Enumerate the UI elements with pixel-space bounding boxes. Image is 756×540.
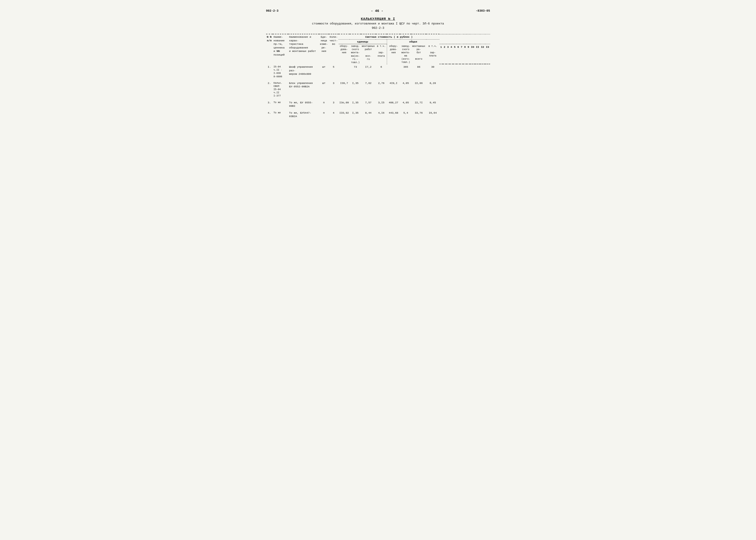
row2-c11: 4,05 (400, 81, 411, 98)
row2-c6: I39,7 (338, 81, 350, 98)
row1-c9: 6 (376, 65, 387, 79)
row4-name: То же (273, 110, 288, 119)
row3-c12: 22,7I (411, 100, 426, 109)
row4-c11: 5,4 (400, 110, 411, 119)
col-num-9: 9 (466, 45, 470, 64)
col-num-7: 7 (460, 45, 463, 64)
row3-num: 3. (266, 100, 273, 109)
row3-c7: I,35 (350, 100, 361, 109)
header-col-unit: Еди-ницаизме-ре-ния (319, 35, 329, 65)
header-col10: обору-дова-ния (387, 44, 400, 65)
row4-unit: п (319, 110, 329, 119)
row1-c12: 86 (411, 65, 426, 79)
table-row: 4. То же То же, БУ5447-03В2А п 4 IIO,92 … (266, 110, 490, 119)
row1-name: I5-04ч.II ·I-0398-6606 (273, 65, 288, 79)
page-ref-right: -8303-05 (476, 9, 490, 13)
row4-c8: 8,44 (361, 110, 376, 119)
row2-num: 2. (266, 81, 273, 98)
row2-c10: 4I9,I (387, 81, 400, 98)
header-col12: монтажных ра-ботвсего (411, 44, 426, 65)
document-subtitle2: 902-2-3 (266, 26, 490, 30)
col-num-10: IO (470, 45, 475, 64)
row1-qty: 5 (329, 65, 338, 79)
row2-c9: 2,76 (376, 81, 387, 98)
header-col6: обору-дова-ния (338, 44, 350, 65)
row1-c8: I7,2 (361, 65, 376, 79)
row3-name: То же (273, 100, 288, 109)
row3-c9: 3,I5 (376, 100, 387, 109)
header-col11: завод-скогомонта-жа(изго-товл.) (400, 44, 411, 65)
row2-c8: 7,62 (361, 81, 376, 98)
header-row-1: № №п/п Наиме-нованиепр-та,ценникаи №№поз… (266, 35, 490, 39)
col-num-5: 5 (453, 45, 456, 64)
col-num-3: 3 (446, 45, 450, 64)
row4-num: 4. (266, 110, 273, 119)
row4-c6: IIO,92 (338, 110, 350, 119)
row2-c12: 22,86 (411, 81, 426, 98)
row1-c10 (387, 65, 400, 79)
row4-c13: I6,64 (426, 110, 440, 119)
header-edinitsy: единицы (338, 39, 387, 44)
row4-char: То же, БУ5447-03В2А (288, 110, 319, 119)
header-col-name: Наиме-нованиепр-та,ценникаи №№позиций (273, 35, 288, 65)
row4-c10: 443,68 (387, 110, 400, 119)
row2-unit: шт (319, 81, 329, 98)
col-num-2: 2 (443, 45, 446, 64)
table-row: 2. Кальк.СВКПI5-04ч.III-377 Блок управле… (266, 81, 490, 98)
page-ref-left: 902-2-3 (266, 9, 279, 13)
row3-c8: 7,57 (361, 100, 376, 109)
header-smetna: Сметная стоимость ( в рублях ) (338, 35, 440, 39)
table-row: 3. То же То же, БУ 9555-00BI п 3 I3o,09 … (266, 100, 490, 109)
row4-c7: I,35 (350, 110, 361, 119)
row1-c13: 30 (426, 65, 440, 79)
row1-c11: 365 (400, 65, 411, 79)
row3-c6: I3o,09 (338, 100, 350, 109)
header-col8: монтажныхработвсе-го (361, 44, 376, 65)
row3-qty: 3 (329, 100, 338, 109)
header-col-char: Наименование и харак-теристика оборудова… (288, 35, 319, 65)
row2-c13: 8,28 (426, 81, 440, 98)
row2-qty: 3 (329, 81, 338, 98)
col-num-4: 4 (450, 45, 453, 64)
header-col13: в т.ч.зар-плата (426, 44, 440, 65)
row3-char: То же, БУ 9555-00BI (288, 100, 319, 109)
col-num-1: 1 (440, 45, 443, 64)
row1-c7: 73 (350, 65, 361, 79)
row3-c10: 408,27 (387, 100, 400, 109)
row1-unit: шт (319, 65, 329, 79)
table-row: I. I5-04ч.II ·I-0398-6606 Шкаф управлени… (266, 65, 490, 79)
row3-c11: 4,05 (400, 100, 411, 109)
col-num-13: I3 (485, 45, 490, 64)
col-num-6: 6 (456, 45, 460, 64)
col-num-12: I2 (480, 45, 485, 64)
header-col-qty: Коли-чест-во (329, 35, 338, 65)
row2-c7: I,35 (350, 81, 361, 98)
row2-name: Кальк.СВКПI5-04ч.III-377 (273, 81, 288, 98)
col-num-8: 8 (463, 45, 466, 64)
row1-num: I. (266, 65, 273, 79)
row3-unit: п (319, 100, 329, 109)
row4-c12: 33,76 (411, 110, 426, 119)
header-col-num: № №п/п (266, 35, 273, 65)
row1-c6 (338, 65, 350, 79)
page-number: - 46 - (371, 9, 383, 13)
col-num-11: II (475, 45, 480, 64)
header-col9: в т.ч.зар-плата (376, 44, 387, 65)
row3-c13: 9,45 (426, 100, 440, 109)
header-obschaya: общая (387, 39, 440, 44)
row4-qty: 4 (329, 110, 338, 119)
document-title: КАЛЬКУЛЯЦИЯ № I (266, 17, 490, 21)
row2-char: Блок управленияБУ-9552-00В2А (288, 81, 319, 98)
document-subtitle: стоимости оборудования, изготовления и м… (266, 22, 490, 25)
row1-char: Шкаф управления раз-мером 2400x800 (288, 65, 319, 79)
header-col7: завод-скогомонта-жа(из-го.-товл.) (350, 44, 361, 65)
row4-c9: 4,I6 (376, 110, 387, 119)
